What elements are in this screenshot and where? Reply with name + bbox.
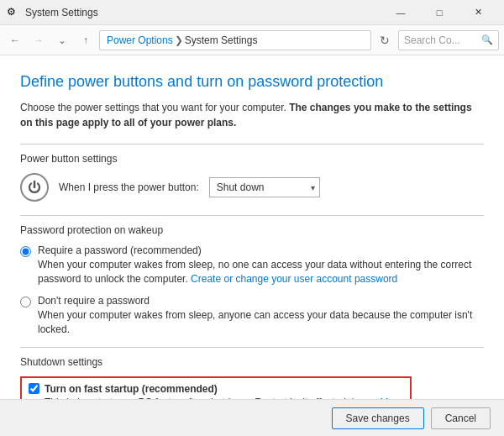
search-icon: 🔍 bbox=[481, 34, 493, 45]
fast-startup-box: Turn on fast startup (recommended) This … bbox=[20, 376, 412, 399]
up-button[interactable]: ↑ bbox=[76, 30, 96, 50]
path-power-options[interactable]: Power Options bbox=[107, 34, 173, 46]
cancel-button[interactable]: Cancel bbox=[431, 407, 491, 429]
fast-startup-label[interactable]: Turn on fast startup (recommended) bbox=[45, 383, 218, 395]
radio-group: Require a password (recommended) When yo… bbox=[20, 244, 484, 336]
require-password-radio[interactable] bbox=[20, 246, 31, 257]
req-desc2: password to unlock the computer. bbox=[38, 273, 188, 285]
footer-bar: Save changes Cancel bbox=[0, 399, 504, 436]
page-description: Choose the power settings that you want … bbox=[20, 100, 484, 130]
minimize-button[interactable]: — bbox=[381, 0, 420, 25]
page-title: Define power buttons and turn on passwor… bbox=[20, 72, 484, 92]
scrollable-content[interactable]: Define power buttons and turn on passwor… bbox=[0, 55, 504, 399]
power-icon bbox=[20, 173, 49, 202]
power-button-row: When I press the power button: Shut down… bbox=[20, 173, 484, 202]
no-password-option: Don't require a password When your compu… bbox=[20, 295, 484, 337]
power-svg bbox=[26, 179, 43, 196]
require-password-option: Require a password (recommended) When yo… bbox=[20, 244, 484, 286]
title-bar: ⚙ System Settings — □ ✕ bbox=[0, 0, 504, 25]
forward-button[interactable]: → bbox=[29, 30, 49, 50]
desc-part1: Choose the power settings that you want … bbox=[20, 102, 289, 113]
no-password-label[interactable]: Don't require a password bbox=[38, 295, 150, 307]
window-title: System Settings bbox=[25, 7, 381, 18]
no-password-desc: When your computer wakes from sleep, any… bbox=[38, 308, 484, 337]
password-section-header: Password protection on wakeup bbox=[20, 224, 484, 236]
app-icon: ⚙ bbox=[7, 6, 20, 19]
fast-startup-container: Turn on fast startup (recommended) This … bbox=[20, 376, 484, 399]
fast-startup-checkbox[interactable] bbox=[29, 383, 39, 394]
recent-button[interactable]: ⌄ bbox=[52, 30, 72, 50]
no-password-radio[interactable] bbox=[20, 297, 31, 307]
maximize-button[interactable]: □ bbox=[420, 0, 459, 25]
path-current: System Settings bbox=[185, 34, 258, 46]
search-box[interactable]: Search Co... 🔍 bbox=[398, 30, 499, 50]
save-changes-button[interactable]: Save changes bbox=[332, 407, 424, 429]
require-password-desc: When your computer wakes from sleep, no … bbox=[38, 258, 484, 286]
power-button-label: When I press the power button: bbox=[59, 181, 199, 193]
req-desc1: When your computer wakes from sleep, no … bbox=[38, 259, 471, 271]
account-password-link[interactable]: Create or change your user account passw… bbox=[191, 273, 397, 285]
power-button-section-header: Power button settings bbox=[20, 153, 484, 165]
search-placeholder: Search Co... bbox=[404, 34, 460, 46]
address-path: Power Options ❯ System Settings bbox=[99, 30, 371, 50]
content-area: Define power buttons and turn on passwor… bbox=[0, 55, 504, 436]
divider-2 bbox=[20, 215, 484, 216]
power-action-dropdown-wrapper: Shut down Sleep Hibernate Turn off the d… bbox=[209, 177, 320, 197]
address-bar: ← → ⌄ ↑ Power Options ❯ System Settings … bbox=[0, 25, 504, 55]
window-controls: — □ ✕ bbox=[381, 0, 497, 25]
power-action-dropdown[interactable]: Shut down Sleep Hibernate Turn off the d… bbox=[209, 177, 320, 197]
close-button[interactable]: ✕ bbox=[459, 0, 497, 25]
divider-1 bbox=[20, 144, 484, 144]
shutdown-section-header: Shutdown settings bbox=[20, 356, 484, 368]
divider-3 bbox=[20, 347, 484, 348]
require-password-label[interactable]: Require a password (recommended) bbox=[38, 244, 202, 256]
refresh-button[interactable]: ↻ bbox=[375, 30, 395, 50]
back-button[interactable]: ← bbox=[5, 30, 25, 50]
